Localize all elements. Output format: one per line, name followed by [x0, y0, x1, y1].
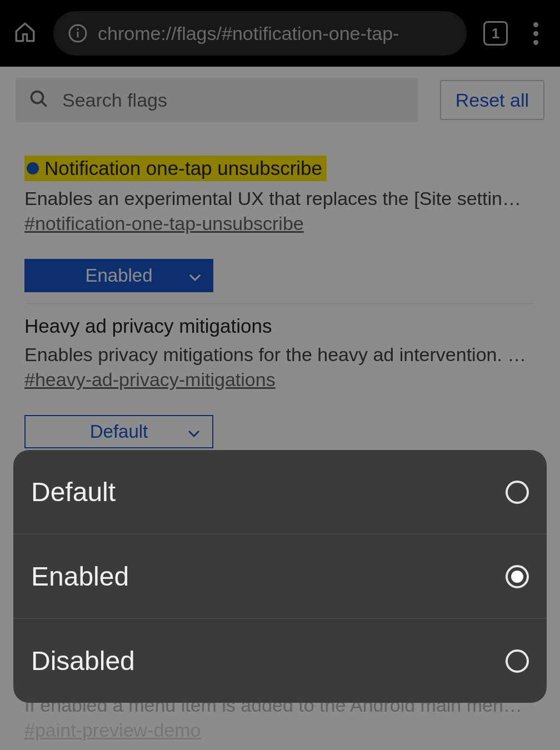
- sheet-option-enabled[interactable]: Enabled: [13, 534, 547, 619]
- select-sheet: Default Enabled Disabled: [13, 450, 547, 703]
- flag-hash-link[interactable]: #paint-preview-demo: [24, 719, 201, 741]
- sheet-option-default[interactable]: Default: [13, 450, 547, 534]
- sheet-option-disabled[interactable]: Disabled: [13, 619, 547, 703]
- flag-description: If enabled a menu item is added to the A…: [24, 694, 530, 716]
- flag-item-partial: If enabled a menu item is added to the A…: [24, 694, 536, 741]
- radio-icon: [506, 481, 529, 504]
- radio-selected-icon: [506, 565, 529, 588]
- radio-icon: [506, 649, 529, 673]
